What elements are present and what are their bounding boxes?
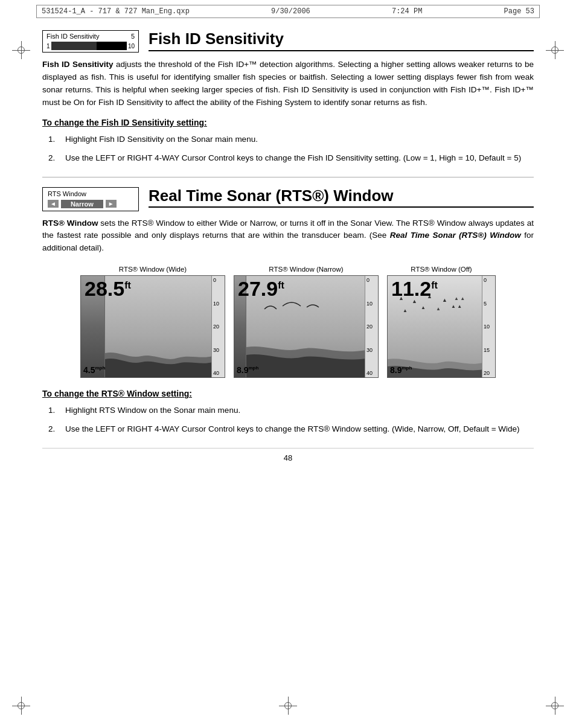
image-label-wide: RTS® Window (Wide) [119, 266, 187, 273]
rts-widget-title: RTS Window [48, 190, 133, 197]
rts-nav-value: Narrow [61, 200, 103, 208]
sonar-depth-narrow: 27.9ft [238, 278, 284, 299]
rts-list-text-2: Use the LEFT or RIGHT 4-WAY Cursor Contr… [65, 423, 520, 436]
svg-text:▲: ▲ [436, 306, 441, 311]
header-filename: 531524-1_A - 717 & 727 Man_Eng.qxp [42, 7, 190, 16]
widget-value: 5 [131, 33, 135, 40]
rts-bold: RTS® Window [42, 219, 98, 228]
rts-nav-right[interactable]: ► [106, 200, 117, 208]
slider-track [51, 42, 127, 50]
images-section: RTS® Window (Wide) 28.5ft 4.5mph [42, 266, 534, 378]
image-container-wide: RTS® Window (Wide) 28.5ft 4.5mph [80, 266, 225, 378]
sonar-depth-wide: 28.5ft [85, 278, 131, 299]
page-number: 48 [42, 448, 534, 474]
image-container-off: RTS® Window (Off) ▲ ▲ ▲ ▲ ▲ ▲ ▲ ▲ [387, 266, 496, 378]
slider-min: 1 [46, 43, 50, 49]
fish-id-instructions: 1. Highlight Fish ID Sensitivity on the … [42, 133, 534, 165]
list-num-2: 2. [48, 152, 60, 165]
page-wrapper: 531524-1_A - 717 & 727 Man_Eng.qxp 9/30/… [0, 5, 576, 728]
slider-fill [51, 42, 97, 50]
slider-row: 1 10 [46, 42, 135, 50]
list-text-2: Use the LEFT or RIGHT 4-WAY Cursor Contr… [65, 152, 521, 165]
sonar-scale-wide: 0 10 20 30 40 [211, 276, 225, 377]
main-content: Fish ID Sensitivity 5 1 10 Fish ID Sensi… [42, 30, 534, 474]
rts-section-header: RTS Window ◄ Narrow ► Real Time Sonar (R… [42, 187, 534, 211]
section-divider [42, 177, 534, 177]
sonar-depth-off: 11.2ft [391, 278, 438, 299]
fish-id-body-text: adjusts the threshold of the Fish ID+™ d… [42, 60, 534, 107]
svg-text:▲: ▲ [403, 308, 408, 313]
terrain-svg-narrow [246, 326, 366, 377]
rts-nav-left[interactable]: ◄ [48, 200, 59, 208]
rts-nav-row: ◄ Narrow ► [48, 200, 133, 208]
svg-text:▲: ▲ [442, 297, 447, 303]
rts-title: Real Time Sonar (RTS®) Window [149, 187, 534, 208]
widget-title-row: Fish ID Sensitivity 5 [46, 33, 135, 40]
header-time: 7:24 PM [392, 7, 422, 16]
reg-mark-bottom-right [546, 697, 564, 715]
header-date: 9/30/2006 [271, 7, 310, 16]
slider-max: 10 [128, 43, 135, 49]
fish-id-bold: Fish ID Sensitivity [42, 60, 114, 69]
list-item: 1. Highlight RTS Window on the Sonar mai… [48, 404, 534, 417]
terrain-svg-wide [105, 329, 213, 377]
list-item: 2. Use the LEFT or RIGHT 4-WAY Cursor Co… [48, 152, 534, 165]
widget-title: Fish ID Sensitivity [46, 33, 99, 40]
list-text-1: Highlight Fish ID Sensitivity on the Son… [65, 133, 258, 146]
list-num-1: 1. [48, 133, 60, 146]
rts-sub-heading: To change the RTS® Window setting: [42, 389, 534, 398]
list-item: 1. Highlight Fish ID Sensitivity on the … [48, 133, 534, 146]
fish-id-section-header: Fish ID Sensitivity 5 1 10 Fish ID Sensi… [42, 30, 534, 53]
reg-mark-top-right [546, 41, 564, 59]
sonar-image-narrow: 27.9ft 8.9mph 0 10 20 30 40 [234, 275, 379, 378]
list-item: 2. Use the LEFT or RIGHT 4-WAY Cursor Co… [48, 423, 534, 436]
sonar-scale-off: 0 5 10 15 20 [482, 276, 495, 377]
header-bar: 531524-1_A - 717 & 727 Man_Eng.qxp 9/30/… [36, 5, 540, 18]
sonar-image-off: ▲ ▲ ▲ ▲ ▲ ▲ ▲ ▲ ▲ ▲ ▲ [387, 275, 496, 378]
fish-id-body: Fish ID Sensitivity adjusts the threshol… [42, 59, 534, 109]
sonar-speed-wide: 4.5mph [83, 365, 105, 375]
rts-italic-ref: Real Time Sonar (RTS®) Window [390, 231, 521, 240]
fish-id-sub-heading: To change the Fish ID Sensitivity settin… [42, 118, 534, 127]
sonar-image-wide: 28.5ft 4.5mph 0 10 20 30 40 [80, 275, 225, 378]
image-container-narrow: RTS® Window (Narrow) [234, 266, 379, 378]
image-label-narrow: RTS® Window (Narrow) [269, 266, 343, 273]
fish-id-title: Fish ID Sensitivity [149, 30, 534, 51]
svg-text:▲ ▲: ▲ ▲ [451, 304, 462, 309]
images-row: RTS® Window (Wide) 28.5ft 4.5mph [42, 266, 534, 378]
reg-mark-top-left [12, 41, 30, 59]
reg-mark-bottom-left [12, 697, 30, 715]
image-label-off: RTS® Window (Off) [411, 266, 472, 273]
rts-list-num-1: 1. [48, 404, 60, 417]
rts-widget: RTS Window ◄ Narrow ► [42, 187, 139, 211]
svg-text:▲ ▲: ▲ ▲ [454, 296, 465, 301]
sonar-speed-narrow: 8.9mph [237, 365, 258, 375]
header-page: Page 53 [504, 7, 534, 16]
reg-mark-bottom-center [279, 697, 297, 715]
rts-list-text-1: Highlight RTS Window on the Sonar main m… [65, 404, 240, 417]
rts-body: RTS® Window sets the RTS® Window to eith… [42, 217, 534, 255]
sonar-speed-off: 8.9mph [390, 365, 412, 375]
svg-text:▲: ▲ [421, 305, 426, 310]
sonar-scale-narrow: 0 10 20 30 40 [365, 276, 378, 377]
fish-id-widget: Fish ID Sensitivity 5 1 10 [42, 30, 139, 53]
rts-list-num-2: 2. [48, 423, 60, 436]
rts-instructions: 1. Highlight RTS Window on the Sonar mai… [42, 404, 534, 436]
